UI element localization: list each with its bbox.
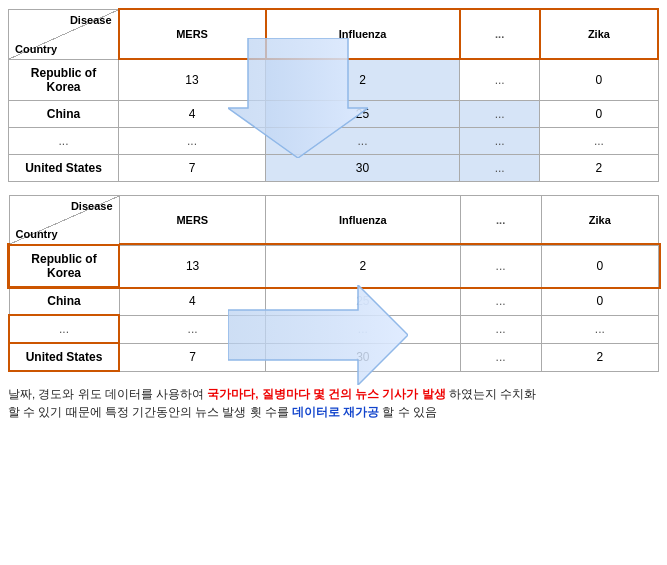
top-table: Disease Country MERS Influenza ... Zika … bbox=[8, 8, 659, 182]
disease-label-top: Disease bbox=[70, 14, 112, 26]
cell-top-2-2: ... bbox=[460, 127, 540, 154]
cell-bottom-0-1: 2 bbox=[266, 245, 460, 287]
cell-top-0-1: 2 bbox=[266, 59, 460, 100]
table-row: United States 7 30 ... 2 bbox=[9, 343, 659, 371]
caption-blue-text: 데이터로 재가공 bbox=[292, 406, 379, 418]
bottom-table-container: Disease Country MERS Influenza ... Zika … bbox=[8, 195, 659, 373]
cell-bottom-3-3: 2 bbox=[541, 343, 658, 371]
cell-top-2-1: ... bbox=[266, 127, 460, 154]
country-ellipsis-top: ... bbox=[9, 127, 119, 154]
col-header-mers-bottom: MERS bbox=[119, 195, 266, 245]
cell-bottom-3-0: 7 bbox=[119, 343, 266, 371]
country-china-top: China bbox=[9, 100, 119, 127]
top-table-container: Disease Country MERS Influenza ... Zika … bbox=[8, 8, 659, 182]
col-header-zika-bottom: Zika bbox=[541, 195, 658, 245]
country-us-top: United States bbox=[9, 154, 119, 181]
cell-top-3-2: ... bbox=[460, 154, 540, 181]
disease-label-bottom: Disease bbox=[71, 200, 113, 212]
cell-top-3-3: 2 bbox=[540, 154, 658, 181]
table-row: United States 7 30 ... 2 bbox=[9, 154, 659, 181]
table-row: ... ... ... ... ... bbox=[9, 127, 659, 154]
country-us-bottom: United States bbox=[9, 343, 119, 371]
country-republic-top: Republic of Korea bbox=[9, 59, 119, 100]
diagonal-header-bottom: Disease Country bbox=[9, 195, 119, 245]
col-header-influenza-bottom: Influenza bbox=[266, 195, 460, 245]
cell-bottom-2-3: ... bbox=[541, 315, 658, 343]
cell-top-2-0: ... bbox=[119, 127, 266, 154]
cell-bottom-0-2: ... bbox=[460, 245, 541, 287]
cell-top-0-0: 13 bbox=[119, 59, 266, 100]
cell-top-3-0: 7 bbox=[119, 154, 266, 181]
table-row: China 4 25 ... 0 bbox=[9, 100, 659, 127]
cell-bottom-0-3: 0 bbox=[541, 245, 658, 287]
table-row: Republic of Korea 13 2 ... 0 bbox=[9, 59, 659, 100]
cell-bottom-2-0: ... bbox=[119, 315, 266, 343]
country-republic-bottom: Republic of Korea bbox=[9, 245, 119, 287]
col-header-zika-top: Zika bbox=[540, 9, 658, 59]
diagonal-header-top: Disease Country bbox=[9, 9, 119, 59]
cell-top-1-2: ... bbox=[460, 100, 540, 127]
cell-bottom-1-1: 25 bbox=[266, 287, 460, 315]
bottom-table-section: Disease Country MERS Influenza ... Zika … bbox=[8, 195, 659, 376]
country-china-bottom: China bbox=[9, 287, 119, 315]
caption-text-before: 날짜, 경도와 위도 데이터를 사용하여 bbox=[8, 388, 207, 400]
cell-bottom-2-1: ... bbox=[266, 315, 460, 343]
caption-red-text: 국가마다, 질병마다 몇 건의 뉴스 기사가 발생 bbox=[207, 388, 445, 400]
cell-top-1-3: 0 bbox=[540, 100, 658, 127]
table-row: China 4 25 ... 0 bbox=[9, 287, 659, 315]
cell-bottom-2-2: ... bbox=[460, 315, 541, 343]
country-ellipsis-bottom: ... bbox=[9, 315, 119, 343]
table-row: Republic of Korea 13 2 ... 0 bbox=[9, 245, 659, 287]
cell-top-3-1: 30 bbox=[266, 154, 460, 181]
country-label-top: Country bbox=[15, 43, 57, 55]
bottom-table: Disease Country MERS Influenza ... Zika … bbox=[8, 195, 659, 373]
cell-top-0-3: 0 bbox=[540, 59, 658, 100]
col-header-ellipsis-bottom: ... bbox=[460, 195, 541, 245]
col-header-influenza-top: Influenza bbox=[266, 9, 460, 59]
col-header-mers-top: MERS bbox=[119, 9, 266, 59]
cell-top-2-3: ... bbox=[540, 127, 658, 154]
col-header-ellipsis-top: ... bbox=[460, 9, 540, 59]
cell-top-0-2: ... bbox=[460, 59, 540, 100]
caption-text-end: 할 수 있음 bbox=[379, 406, 437, 418]
caption: 날짜, 경도와 위도 데이터를 사용하여 국가마다, 질병마다 몇 건의 뉴스 … bbox=[8, 385, 659, 422]
top-table-section: Disease Country MERS Influenza ... Zika … bbox=[8, 8, 659, 185]
cell-bottom-1-0: 4 bbox=[119, 287, 266, 315]
cell-top-1-0: 4 bbox=[119, 100, 266, 127]
cell-top-1-1: 25 bbox=[266, 100, 460, 127]
cell-bottom-3-2: ... bbox=[460, 343, 541, 371]
cell-bottom-1-3: 0 bbox=[541, 287, 658, 315]
cell-bottom-0-0: 13 bbox=[119, 245, 266, 287]
table-row: ... ... ... ... ... bbox=[9, 315, 659, 343]
cell-bottom-1-2: ... bbox=[460, 287, 541, 315]
cell-bottom-3-1: 30 bbox=[266, 343, 460, 371]
country-label-bottom: Country bbox=[16, 228, 58, 240]
